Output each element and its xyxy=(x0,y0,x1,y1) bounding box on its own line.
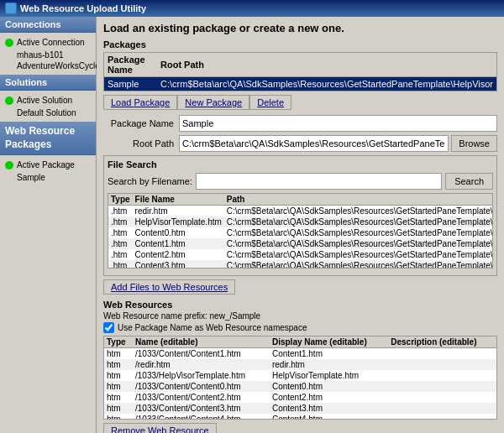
package-status-indicator xyxy=(5,161,13,170)
wr-desc[interactable] xyxy=(388,392,496,403)
packages-header: Web Resource Packages xyxy=(0,122,96,155)
browse-button[interactable]: Browse xyxy=(451,135,497,152)
wr-type: htm xyxy=(104,392,133,403)
web-resource-prefix: Web Resource name prefix: new_/Sample xyxy=(103,311,497,321)
wr-col-desc: Description (editable) xyxy=(388,336,496,348)
search-button[interactable]: Search xyxy=(445,173,493,190)
table-row[interactable]: htm /1033/Content/Content0.htm Content0.… xyxy=(104,381,496,392)
wr-table-container: Type Name (editable) Display Name (edita… xyxy=(103,336,497,420)
packages-table: Package Name Root Path Sample C:\crm$Bet… xyxy=(104,53,496,91)
wr-name[interactable]: /redir.htm xyxy=(133,359,270,370)
wr-name[interactable]: /1033/Content/Content1.htm xyxy=(133,348,270,360)
table-row[interactable]: htm /1033/Content/Content2.htm Content2.… xyxy=(104,392,496,403)
file-path: C:\crm$Beta\arc\QA\SdkSamples\Resources\… xyxy=(224,249,493,260)
web-resources-section: Web Resources Web Resource name prefix: … xyxy=(103,300,497,420)
connection-name[interactable]: mhaus-b101 xyxy=(5,50,91,60)
table-row[interactable]: .htm Content3.htm C:\crm$Beta\arc\QA\Sdk… xyxy=(108,260,493,269)
toolbar-buttons: Load Package New Package Delete xyxy=(103,95,497,110)
file-type: .htm xyxy=(108,249,133,260)
namespace-checkbox[interactable] xyxy=(103,322,114,333)
remove-web-resource-button[interactable]: Remove Web Resource xyxy=(103,423,217,433)
table-row[interactable]: .htm Content0.htm C:\crm$Beta\arc\QA\Sdk… xyxy=(108,227,493,238)
wr-type: htm xyxy=(104,403,133,414)
file-path: C:\crm$Beta\arc\QA\SdkSamples\Resources\… xyxy=(224,227,493,238)
file-search-header: File Search xyxy=(108,159,493,170)
files-table-container: Type File Name Path .htm redir.htm C:\cr… xyxy=(108,193,493,269)
wr-desc[interactable] xyxy=(388,348,496,360)
search-row: Search by Filename: Search xyxy=(108,173,493,190)
file-type: .htm xyxy=(108,227,133,238)
wr-type: htm xyxy=(104,381,133,392)
solutions-content: Active Solution Default Solution xyxy=(0,91,96,122)
wr-type: htm xyxy=(104,370,133,381)
wr-display[interactable]: HelpVisorTemplate.htm xyxy=(270,370,388,381)
wr-col-display: Display Name (editable) xyxy=(270,336,388,348)
active-solution-label: Active Solution xyxy=(17,96,72,106)
wr-col-name: Name (editable) xyxy=(133,336,270,348)
page-title: Load an existing package or create a new… xyxy=(103,22,497,34)
table-row[interactable]: .htm Content1.htm C:\crm$Beta\arc\QA\Sdk… xyxy=(108,238,493,249)
wr-name[interactable]: /1033/Content/Content0.htm xyxy=(133,381,270,392)
table-row[interactable]: .htm Content2.htm C:\crm$Beta\arc\QA\Sdk… xyxy=(108,249,493,260)
solution-name[interactable]: Default Solution xyxy=(5,107,91,118)
wr-display[interactable]: Content3.htm xyxy=(270,403,388,414)
connection-status-indicator xyxy=(5,39,13,47)
wr-desc[interactable] xyxy=(388,370,496,381)
wr-display[interactable]: Content2.htm xyxy=(270,392,388,403)
window-title: Web Resource Upload Utility xyxy=(20,3,146,13)
packages-section-label: Packages xyxy=(103,39,497,50)
table-row[interactable]: .htm redir.htm C:\crm$Beta\arc\QA\SdkSam… xyxy=(108,206,493,217)
wr-desc[interactable] xyxy=(388,359,496,370)
wr-name[interactable]: /1033/Content/Content4.htm xyxy=(133,414,270,420)
wr-display[interactable]: Content4.htm xyxy=(270,414,388,420)
wr-name[interactable]: /1033/Content/Content2.htm xyxy=(133,392,270,403)
wr-desc[interactable] xyxy=(388,403,496,414)
file-type: .htm xyxy=(108,216,133,227)
namespace-checkbox-label: Use Package Name as Web Resource namespa… xyxy=(118,323,307,332)
wr-name[interactable]: /1033/HelpVisorTemplate.htm xyxy=(133,370,270,381)
root-path-input[interactable] xyxy=(179,135,449,152)
connection-sub[interactable]: AdventureWorksCycle xyxy=(5,60,91,71)
table-row[interactable]: Sample C:\crm$Beta\arc\QA\SdkSamples\Res… xyxy=(104,77,496,91)
col-root-path: Root Path xyxy=(157,53,496,77)
web-resources-header: Web Resources xyxy=(103,300,497,310)
delete-button[interactable]: Delete xyxy=(249,95,291,110)
table-row[interactable]: htm /1033/HelpVisorTemplate.htm HelpViso… xyxy=(104,370,496,381)
package-name-input[interactable] xyxy=(179,115,497,132)
table-row[interactable]: htm /1033/Content/Content1.htm Content1.… xyxy=(104,348,496,360)
file-type: .htm xyxy=(108,206,133,217)
table-row[interactable]: .htm HelpVisorTemplate.htm C:\crm$Beta\a… xyxy=(108,216,493,227)
package-name-sidebar[interactable]: Sample xyxy=(5,172,91,183)
wr-display[interactable]: redir.htm xyxy=(270,359,388,370)
table-row[interactable]: htm /redir.htm redir.htm xyxy=(104,359,496,370)
file-name: redir.htm xyxy=(133,206,224,217)
wr-desc[interactable] xyxy=(388,381,496,392)
wr-desc[interactable] xyxy=(388,414,496,420)
solution-status-indicator xyxy=(5,97,13,105)
new-package-button[interactable]: New Package xyxy=(177,95,249,110)
file-name: HelpVisorTemplate.htm xyxy=(133,216,224,227)
wr-display[interactable]: Content1.htm xyxy=(270,348,388,360)
root-path-label: Root Path xyxy=(103,138,179,149)
search-input[interactable] xyxy=(196,173,442,190)
table-row[interactable]: htm /1033/Content/Content4.htm Content4.… xyxy=(104,414,496,420)
sidebar: Connections Active Connection mhaus-b101… xyxy=(0,17,97,433)
app-icon xyxy=(5,3,17,14)
add-files-button[interactable]: Add Files to Web Resources xyxy=(103,279,235,295)
package-name-cell: Sample xyxy=(104,77,157,91)
load-package-button[interactable]: Load Package xyxy=(103,95,177,110)
search-by-label: Search by Filename: xyxy=(108,176,192,186)
wr-type: htm xyxy=(104,414,133,420)
root-path-row: Root Path Browse xyxy=(103,135,497,152)
file-name: Content3.htm xyxy=(133,260,224,269)
table-row[interactable]: htm /1033/Content/Content3.htm Content3.… xyxy=(104,403,496,414)
connections-section: Connections Active Connection mhaus-b101… xyxy=(0,17,96,75)
file-path: C:\crm$Beta\arc\QA\SdkSamples\Resources\… xyxy=(224,216,493,227)
wr-display[interactable]: Content0.htm xyxy=(270,381,388,392)
connections-header: Connections xyxy=(0,17,96,33)
package-name-label: Package Name xyxy=(103,118,179,128)
wr-name[interactable]: /1033/Content/Content3.htm xyxy=(133,403,270,414)
connections-content: Active Connection mhaus-b101 AdventureWo… xyxy=(0,33,96,75)
file-name: Content2.htm xyxy=(133,249,224,260)
content-area: Load an existing package or create a new… xyxy=(97,17,504,433)
